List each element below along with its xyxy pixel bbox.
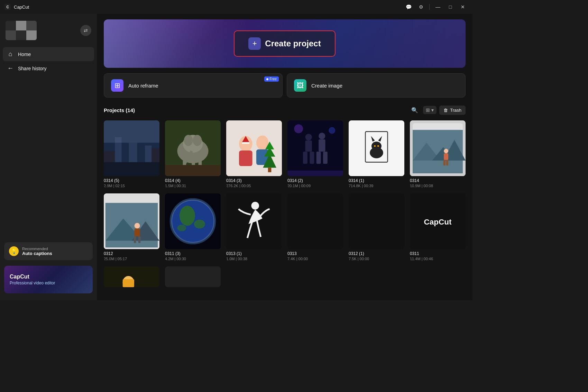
svg-point-59	[444, 149, 448, 153]
svg-point-82	[251, 202, 259, 210]
settings-button[interactable]: ⚙	[415, 3, 426, 11]
project-card[interactable]: 0313 7.4K | 00:00	[287, 193, 343, 261]
trash-button[interactable]: 🗑 Trash	[439, 106, 466, 115]
svg-point-47	[371, 142, 382, 151]
main-content: + Create project Free ⊞ Auto reframe 🖼 C…	[97, 14, 472, 300]
project-card[interactable]: 0314 (2) 20.1M | 00:09	[287, 120, 343, 188]
create-project-button[interactable]: + Create project	[234, 30, 335, 57]
svg-point-50	[374, 145, 376, 147]
grid-view-icon: ⊞	[426, 107, 430, 113]
sidebar-promo-card[interactable]: CapCut Professional video editor	[4, 266, 93, 293]
svg-rect-34	[305, 140, 312, 152]
svg-rect-20	[165, 165, 221, 176]
project-card[interactable]: 0311 (3) 4.2M | 00:30	[165, 193, 221, 261]
project-thumbnail	[349, 193, 404, 249]
project-card[interactable]: 0314 10.9M | 00:08	[410, 120, 466, 188]
promo-subtitle: Professional video editor	[10, 281, 87, 285]
free-badge: Free	[264, 76, 279, 82]
trash-label: Trash	[450, 108, 461, 113]
app-logo: C	[4, 3, 11, 10]
project-thumbnail	[165, 120, 221, 176]
project-name: 0314 (3)	[226, 178, 282, 183]
project-card[interactable]: 0312 25.0M | 05:17	[104, 193, 159, 261]
project-card[interactable]: 0313 (1) 1.0M | 00:38	[226, 193, 282, 261]
svg-point-33	[305, 134, 312, 140]
project-thumbnail	[226, 120, 282, 176]
create-image-icon: 🖼	[294, 79, 306, 92]
sidebar-share-history-label: Share history	[18, 66, 46, 71]
project-card[interactable]: 0314 (5) 2.9M | 02:15	[104, 120, 159, 188]
svg-rect-38	[319, 139, 325, 152]
hero-banner: + Create project	[104, 19, 466, 68]
project-thumbnail	[226, 193, 282, 249]
project-name: 0314 (5)	[104, 178, 159, 183]
project-card[interactable]: 0314 (1) 714.8K | 00:39	[349, 120, 404, 188]
projects-title: Projects (14)	[104, 107, 135, 113]
create-image-label: Create image	[311, 83, 342, 89]
trash-icon: 🗑	[443, 108, 448, 113]
svg-point-15	[184, 135, 193, 146]
project-meta: 1.5M | 00:31	[165, 184, 221, 188]
project-meta: 4.2M | 00:30	[165, 257, 221, 261]
app-title-area: C CapCut	[4, 3, 29, 10]
svg-rect-36	[310, 152, 314, 164]
project-thumbnail	[104, 266, 159, 287]
app-name-label: CapCut	[14, 4, 29, 10]
svg-rect-43	[287, 171, 343, 176]
view-toggle[interactable]: ⊞ ▾	[423, 106, 437, 114]
auto-reframe-icon: ⊞	[111, 79, 123, 92]
sidebar-home-label: Home	[18, 52, 31, 57]
project-name: 0314 (2)	[287, 178, 343, 183]
project-card[interactable]	[165, 266, 221, 289]
project-meta: 25.0M | 05:17	[104, 257, 159, 261]
profile-settings-button[interactable]: ⇄	[80, 25, 91, 36]
recommend-text-area: Recommended Auto captions	[22, 247, 52, 256]
project-name: 0312	[104, 251, 159, 256]
feedback-button[interactable]: 💬	[403, 3, 414, 11]
maximize-button[interactable]: □	[445, 3, 456, 11]
project-meta: 20.1M | 00:09	[287, 184, 343, 188]
minimize-button[interactable]: —	[432, 3, 443, 11]
free-badge-label: Free	[269, 77, 277, 81]
project-card[interactable]: CapCut 0311 11.4M | 00:46	[410, 193, 466, 261]
project-meta: 10.9M | 00:08	[410, 184, 466, 188]
svg-rect-70	[135, 228, 140, 236]
sidebar-profile: ⇄	[0, 18, 97, 46]
project-card[interactable]: 0314 (4) 1.5M | 00:31	[165, 120, 221, 188]
create-image-card[interactable]: 🖼 Create image	[287, 73, 466, 98]
project-thumbnail: CapCut	[410, 193, 466, 249]
project-card[interactable]	[104, 266, 159, 289]
project-meta: 7.4K | 00:00	[287, 257, 343, 261]
svg-rect-71	[134, 236, 136, 243]
home-icon: ⌂	[7, 51, 14, 58]
project-meta: 714.8K | 00:39	[349, 184, 404, 188]
sidebar-navigation: ⌂ Home ← Share history	[0, 46, 97, 77]
sidebar-item-share-history[interactable]: ← Share history	[3, 61, 94, 75]
sidebar: ⇄ ⌂ Home ← Share history 💡 Recommended A…	[0, 14, 97, 300]
project-meta: 7.5K | 00:00	[349, 257, 404, 261]
project-meta: 11.4M | 00:46	[410, 257, 466, 261]
project-name: 0313 (1)	[226, 251, 282, 256]
svg-rect-31	[242, 142, 250, 144]
projects-grid: 0314 (5) 2.9M | 02:15	[104, 120, 466, 289]
chevron-down-icon: ▾	[431, 107, 434, 113]
auto-reframe-card[interactable]: Free ⊞ Auto reframe	[104, 73, 283, 98]
titlebar-separator	[429, 4, 430, 10]
svg-point-77	[194, 220, 205, 229]
svg-point-37	[319, 133, 325, 139]
project-card[interactable]: 0314 (3) 276.2K | 00:05	[226, 120, 282, 188]
project-thumbnail	[349, 120, 404, 176]
project-meta: 276.2K | 00:05	[226, 184, 282, 188]
close-button[interactable]: ✕	[457, 3, 468, 11]
projects-controls: 🔍 ⊞ ▾ 🗑 Trash	[409, 104, 466, 116]
sidebar-item-home[interactable]: ⌂ Home	[3, 47, 94, 61]
svg-rect-54	[413, 123, 463, 130]
create-plus-icon: +	[248, 37, 261, 50]
project-card[interactable]: 0312 (1) 7.5K | 00:00	[349, 193, 404, 261]
project-name: 0314 (4)	[165, 178, 221, 183]
project-meta: 2.9M | 02:15	[104, 184, 159, 188]
sidebar-recommend-card[interactable]: 💡 Recommended Auto captions	[4, 242, 93, 260]
recommend-label: Recommended	[22, 247, 52, 251]
project-name: 0311 (3)	[165, 251, 221, 256]
search-button[interactable]: 🔍	[409, 104, 420, 116]
